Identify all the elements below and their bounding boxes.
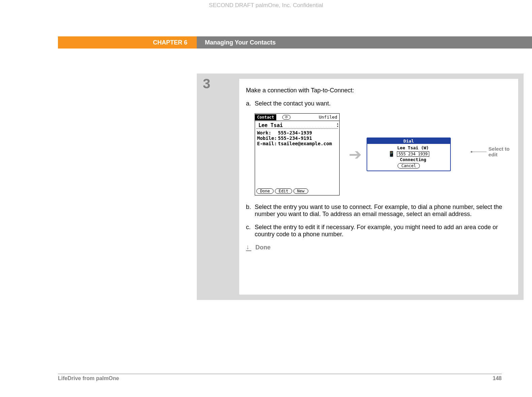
substep-b-label: b. (246, 204, 255, 218)
substep-a-label: a. (246, 100, 255, 107)
done-label: Done (255, 244, 271, 251)
substep-b-text: Select the entry you want to use to conn… (255, 204, 511, 218)
dial-info: Lee Tsai (W) 555 234 1939 Connecting (397, 145, 430, 162)
done-button[interactable]: Done (256, 188, 274, 194)
dial-number[interactable]: 555 234 1939 (397, 151, 430, 157)
step-body: Make a connection with Tap-to-Connect: a… (239, 79, 518, 295)
substep-b: b. Select the entry you want to use to c… (246, 204, 511, 218)
field-value: 555-234-1939 (278, 130, 312, 135)
footer-product: LifeDrive from palmOne (58, 375, 119, 381)
field-label: E-mail: (257, 141, 278, 146)
callout: Select to edit (472, 146, 511, 157)
dial-status: Connecting (397, 157, 430, 162)
substep-c: c. Select the entry to edit it if necess… (246, 224, 511, 238)
scroll-indicator: ▴ ▾ (337, 122, 339, 128)
dial-card: Dial 📱 Lee Tsai (W) 555 234 1939 Connect… (367, 138, 451, 171)
step-number: 3 (203, 76, 210, 91)
done-row: Done (246, 244, 511, 251)
field-label: Mobile: (257, 135, 278, 141)
dial-title: Dial (367, 138, 450, 144)
contact-title: Contact (255, 114, 276, 120)
scroll-down-icon: ▾ (337, 125, 339, 128)
done-arrow-icon (246, 244, 253, 251)
new-button[interactable]: New (293, 188, 308, 194)
contact-row: Work: 555-234-1939 (257, 130, 337, 135)
header-bar: CHAPTER 6 Managing Your Contacts (0, 36, 532, 49)
contact-fields: Work: 555-234-1939 Mobile: 555-234-9191 … (255, 129, 339, 147)
watermark-text: SECOND DRAFT palmOne, Inc. Confidential (0, 2, 532, 9)
contact-category: Unfiled (319, 115, 339, 120)
footer-page: 148 (493, 375, 502, 381)
field-label: Work: (257, 130, 278, 135)
contact-row: E-mail: tsailee@example.com (257, 141, 337, 146)
arrow-right-icon: ➔ (346, 145, 365, 163)
callout-text: Select to edit (489, 146, 511, 157)
footer: LifeDrive from palmOne 148 (58, 374, 502, 381)
contact-titlebar: Contact ⟳ Unfiled (255, 114, 339, 121)
contact-card: Contact ⟳ Unfiled Lee Tsai Work: 555-234… (255, 113, 340, 195)
substep-c-label: c. (246, 224, 255, 238)
substep-a-text: Select the contact you want. (255, 100, 511, 107)
step-intro: Make a connection with Tap-to-Connect: (246, 87, 511, 94)
substep-c-text: Select the entry to edit it if necessary… (255, 224, 511, 238)
callout-line-icon (472, 152, 487, 152)
screens-row: Contact ⟳ Unfiled Lee Tsai Work: 555-234… (255, 113, 511, 195)
phone-icon: 📱 (388, 151, 395, 157)
field-value: 555-234-9191 (278, 135, 312, 141)
contact-buttons: Done Edit New (256, 188, 308, 194)
edit-button[interactable]: Edit (275, 188, 292, 194)
contact-name: Lee Tsai (256, 122, 338, 129)
chapter-label: CHAPTER 6 (58, 36, 197, 49)
cancel-button[interactable]: Cancel (398, 163, 419, 169)
field-value: tsailee@example.com (278, 141, 332, 146)
step-container: 3 Make a connection with Tap-to-Connect:… (197, 73, 524, 300)
page-title: Managing Your Contacts (197, 36, 532, 49)
substep-a: a. Select the contact you want. (246, 100, 511, 107)
dial-name: Lee Tsai (W) (397, 145, 430, 150)
bluetooth-icon: ⟳ (282, 115, 290, 120)
contact-row: Mobile: 555-234-9191 (257, 135, 337, 141)
dial-body: 📱 Lee Tsai (W) 555 234 1939 Connecting (367, 144, 450, 162)
header-pad (0, 36, 58, 49)
